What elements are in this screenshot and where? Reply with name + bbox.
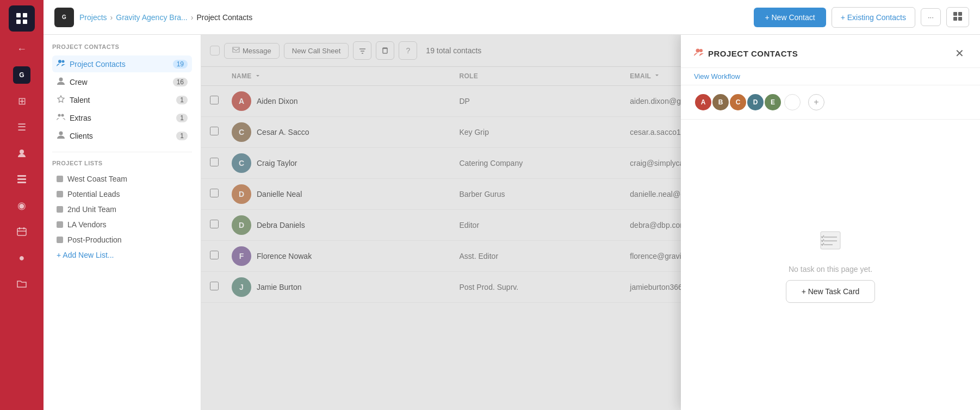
empty-tasks-icon <box>816 227 845 258</box>
panel-title: PROJECT CONTACTS <box>694 47 798 59</box>
empty-tasks-text: No task on this page yet. <box>789 265 872 274</box>
globe-icon[interactable]: ◉ <box>11 195 33 216</box>
svg-rect-26 <box>383 48 387 53</box>
sidebar-item-project-contacts-badge: 19 <box>173 60 188 69</box>
row-7-checkbox[interactable] <box>210 282 232 293</box>
sidebar-list-potential-leads[interactable]: Potential Leads <box>52 187 192 201</box>
sidebar-item-clients[interactable]: Clients 1 <box>52 127 192 144</box>
sidebar-item-extras[interactable]: Extras 1 <box>52 109 192 126</box>
sidebar-list-post-production[interactable]: Post-Production <box>52 233 192 247</box>
panel-header: PROJECT CONTACTS ✕ <box>681 35 980 68</box>
sidebar-item-project-contacts[interactable]: Project Contacts 19 <box>52 55 192 72</box>
row-4-checkbox[interactable] <box>210 189 232 200</box>
row-1-name: Aiden Dixon <box>257 97 459 105</box>
sidebar-item-talent-label: Talent <box>70 96 90 104</box>
row-3-checkbox[interactable] <box>210 158 232 169</box>
breadcrumb-sep1: › <box>110 13 113 22</box>
header-role: ROLE <box>459 72 630 80</box>
row-7-name: Jamie Burton <box>257 283 459 291</box>
top-header: G Projects › Gravity Agency Bra... › Pro… <box>44 0 980 35</box>
row-4-name: Danielle Neal <box>257 190 459 198</box>
row-5-checkbox[interactable] <box>210 220 232 231</box>
svg-point-17 <box>62 60 65 63</box>
content-area: Project Contacts Project Contacts 19 Cre… <box>44 35 980 410</box>
row-1-checkbox[interactable] <box>210 96 232 107</box>
sidebar-list-2nd-unit[interactable]: 2nd Unit Team <box>52 202 192 216</box>
svg-point-18 <box>59 78 63 82</box>
message-button[interactable]: Message <box>224 43 280 59</box>
row-6-checkbox[interactable] <box>210 251 232 262</box>
panel-avatar-3: C <box>729 93 747 111</box>
panel-avatar-1: A <box>694 93 712 111</box>
breadcrumb-projects[interactable]: Projects <box>79 13 107 22</box>
row-4-role: Barber Gurus <box>459 190 630 198</box>
row-7-role: Post Prod. Suprv. <box>459 283 630 291</box>
row-6-role: Asst. Editor <box>459 252 630 260</box>
breadcrumb-sep2: › <box>191 13 194 22</box>
delete-icon-button[interactable] <box>376 41 394 60</box>
sidebar-divider <box>52 152 192 152</box>
row-6-avatar: F <box>232 246 251 266</box>
sidebar-item-crew-label: Crew <box>70 78 88 86</box>
breadcrumb-project-name[interactable]: Gravity Agency Bra... <box>116 13 188 22</box>
list-icon[interactable]: ☰ <box>11 116 33 138</box>
panel-avatar-5: E <box>764 93 782 111</box>
more-options-button[interactable]: ··· <box>921 8 941 26</box>
panel-workflow-link[interactable]: View Workflow <box>681 68 980 85</box>
sidebar-list-la-vendors[interactable]: LA Vendors <box>52 218 192 232</box>
message-label: Message <box>243 47 271 55</box>
sidebar: Project Contacts Project Contacts 19 Cre… <box>44 35 201 410</box>
calendar-icon[interactable] <box>11 221 33 243</box>
row-3-name: Craig Taylor <box>257 159 459 167</box>
svg-rect-5 <box>17 175 26 177</box>
sidebar-list-la-vendors-label: LA Vendors <box>67 220 107 229</box>
sidebar-list-post-production-label: Post-Production <box>67 235 122 244</box>
breadcrumb: Projects › Gravity Agency Bra... › Proje… <box>79 13 252 22</box>
panel-close-button[interactable]: ✕ <box>952 46 967 61</box>
existing-contacts-button[interactable]: + Existing Contacts <box>832 7 915 28</box>
sidebar-item-crew[interactable]: Crew 16 <box>52 73 192 90</box>
new-contact-button[interactable]: + New Contact <box>754 8 826 27</box>
sidebar-list-west-coast[interactable]: West Coast Team <box>52 172 192 186</box>
list-icon-post-production <box>57 237 63 243</box>
sidebar-item-talent[interactable]: Talent 1 <box>52 91 192 108</box>
select-all-checkbox[interactable] <box>210 46 220 55</box>
app-logo-icon[interactable] <box>9 5 35 32</box>
row-5-role: Editor <box>459 221 630 229</box>
project-logo: G <box>54 8 74 27</box>
header-name: NAME <box>232 72 459 80</box>
row-3-role: Catering Company <box>459 159 630 167</box>
list-icon-potential-leads <box>57 191 63 197</box>
row-2-avatar: C <box>232 122 251 142</box>
list-icon-2nd-unit <box>57 206 63 213</box>
svg-point-4 <box>20 150 24 154</box>
project-contacts-panel: PROJECT CONTACTS ✕ View Workflow A B C D… <box>681 35 980 410</box>
svg-rect-3 <box>23 20 27 24</box>
list-icon-west-coast <box>57 176 63 182</box>
back-icon[interactable]: ← <box>11 38 33 60</box>
filter-icon-button[interactable] <box>353 41 371 60</box>
panel-add-member-button[interactable]: + <box>808 94 824 110</box>
sidebar-item-talent-badge: 1 <box>176 96 188 104</box>
table-icon[interactable] <box>11 169 33 190</box>
sidebar-item-clients-label: Clients <box>70 132 93 140</box>
help-icon-button[interactable]: ? <box>399 41 417 60</box>
svg-point-21 <box>61 114 64 117</box>
new-call-sheet-button[interactable]: New Call Sheet <box>284 43 349 59</box>
sidebar-list-potential-leads-label: Potential Leads <box>67 190 120 198</box>
folder-icon[interactable] <box>11 273 33 295</box>
sidebar-contacts-title: Project Contacts <box>52 44 192 50</box>
add-new-list-button[interactable]: + Add New List... <box>52 248 192 262</box>
row-2-checkbox[interactable] <box>210 127 232 138</box>
users-icon[interactable] <box>11 142 33 164</box>
sidebar-item-clients-badge: 1 <box>176 132 188 140</box>
grid-view-button[interactable] <box>946 7 969 27</box>
board-icon[interactable]: ⊞ <box>11 90 33 112</box>
gravity-logo-icon[interactable]: G <box>11 64 33 86</box>
svg-rect-13 <box>958 12 962 16</box>
new-task-card-button[interactable]: + New Task Card <box>786 280 876 303</box>
talent-icon <box>57 95 65 105</box>
clients-icon <box>57 131 65 141</box>
project-contacts-icon <box>57 59 65 69</box>
location-icon[interactable]: ● <box>11 247 33 269</box>
